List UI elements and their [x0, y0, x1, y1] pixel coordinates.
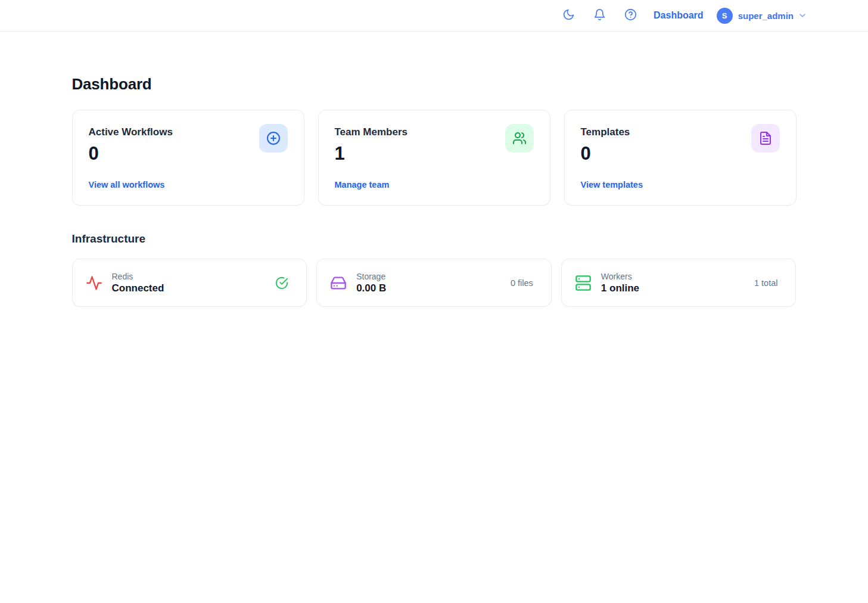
infra-card-storage: Storage 0.00 B 0 files — [316, 259, 552, 307]
activity-icon — [86, 275, 102, 291]
infra-card-right-text: 1 total — [754, 278, 778, 288]
infra-card-value: Connected — [112, 282, 164, 294]
infra-card-workers: Workers 1 online 1 total — [561, 259, 797, 307]
file-text-icon — [751, 124, 780, 153]
notifications-button[interactable] — [588, 4, 611, 27]
stats-grid: Active Workflows 0 View all workflows Te… — [72, 110, 797, 206]
infra-card-text: Storage 0.00 B — [356, 272, 386, 294]
user-menu[interactable]: S super_admin — [717, 8, 807, 24]
server-icon — [575, 275, 592, 291]
stat-card-active-workflows: Active Workflows 0 View all workflows — [72, 110, 304, 206]
stat-card-value: 1 — [335, 143, 408, 164]
users-icon — [505, 124, 534, 153]
stat-card-text: Active Workflows 0 — [89, 126, 173, 164]
top-header: Dashboard S super_admin — [0, 0, 868, 32]
infra-grid: Redis Connected Storage 0.00 B 0 files W… — [72, 259, 797, 307]
infra-card-text: Workers 1 online — [601, 272, 639, 294]
infra-card-label: Storage — [356, 272, 386, 281]
stat-card-text: Templates 0 — [581, 126, 630, 164]
stat-card-value: 0 — [89, 143, 173, 164]
stat-card-title: Team Members — [335, 126, 408, 138]
stat-card-title: Active Workflows — [89, 126, 173, 138]
stat-card-top: Team Members 1 — [335, 126, 534, 164]
avatar: S — [717, 8, 733, 24]
stat-card-title: Templates — [581, 126, 630, 138]
page-title: Dashboard — [72, 75, 797, 94]
stat-card-top: Active Workflows 0 — [89, 126, 288, 164]
check-circle-icon — [275, 276, 288, 290]
chevron-down-icon — [798, 11, 807, 20]
infrastructure-section-title: Infrastructure — [72, 232, 797, 245]
view-templates-link[interactable]: View templates — [581, 180, 643, 189]
bell-icon — [593, 8, 606, 23]
stat-card-templates: Templates 0 View templates — [564, 110, 797, 206]
infra-card-value: 1 online — [601, 282, 639, 294]
hard-drive-icon — [330, 275, 347, 291]
stat-card-text: Team Members 1 — [335, 126, 408, 164]
infra-card-right-text: 0 files — [511, 278, 533, 288]
infra-card-redis: Redis Connected — [72, 259, 307, 307]
main-content: Dashboard Active Workflows 0 View all wo… — [72, 32, 797, 307]
view-all-workflows-link[interactable]: View all workflows — [89, 180, 165, 189]
username: super_admin — [738, 11, 794, 21]
stat-card-team-members: Team Members 1 Manage team — [318, 110, 550, 206]
infra-card-text: Redis Connected — [112, 272, 164, 294]
help-button[interactable] — [619, 4, 642, 27]
infra-card-label: Redis — [112, 272, 164, 281]
infra-card-label: Workers — [601, 272, 639, 281]
nav-dashboard-link[interactable]: Dashboard — [654, 10, 704, 21]
manage-team-link[interactable]: Manage team — [335, 180, 390, 189]
dark-mode-toggle[interactable] — [557, 4, 580, 27]
header-actions: Dashboard S super_admin — [557, 4, 807, 27]
stat-card-value: 0 — [581, 143, 630, 164]
help-icon — [624, 8, 637, 23]
moon-icon — [562, 8, 575, 23]
plus-circle-icon — [259, 124, 288, 153]
stat-card-top: Templates 0 — [581, 126, 780, 164]
infra-card-value: 0.00 B — [356, 282, 386, 294]
